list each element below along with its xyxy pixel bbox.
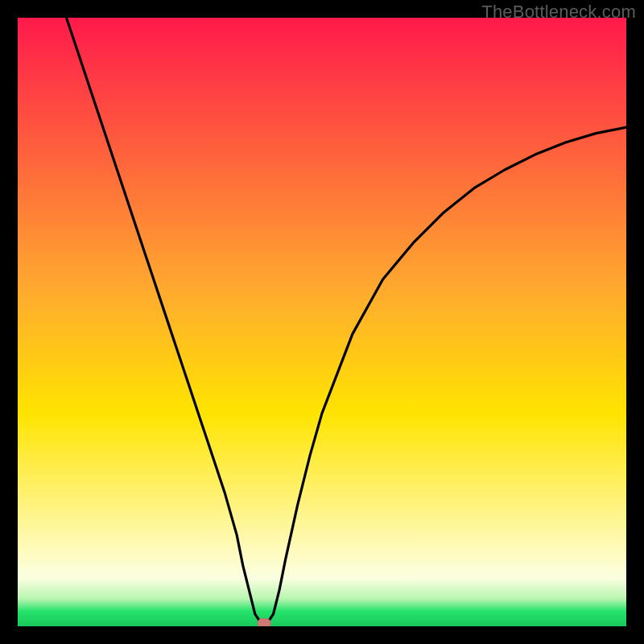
gradient-background <box>18 18 626 626</box>
optimum-marker <box>258 619 270 626</box>
watermark-text: TheBottleneck.com <box>481 2 636 23</box>
bottleneck-chart <box>18 18 626 626</box>
plot-frame <box>18 18 626 626</box>
